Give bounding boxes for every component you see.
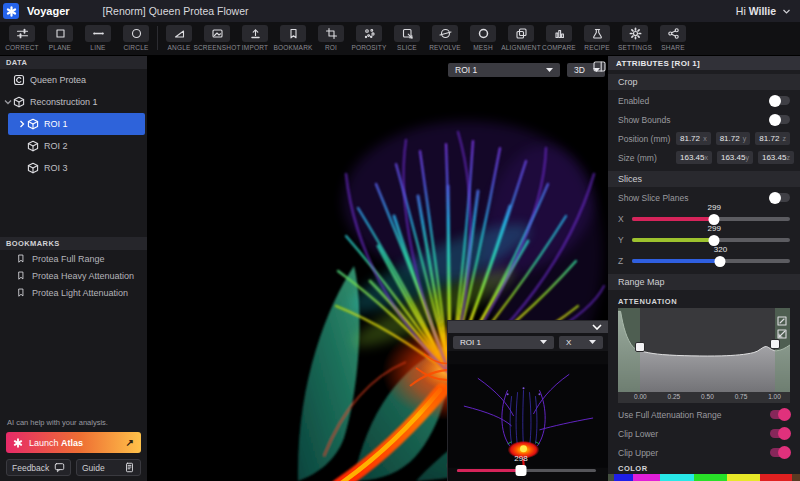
slice-slider-x-row: X 299 bbox=[608, 207, 800, 228]
inset-slice-slider[interactable]: 298 bbox=[457, 456, 596, 476]
revolve-button[interactable]: REVOLVE bbox=[426, 22, 464, 51]
sidebar-spacer bbox=[0, 179, 147, 237]
colormap-gradient-bar[interactable] bbox=[608, 474, 800, 481]
guide-button[interactable]: Guide bbox=[76, 459, 141, 476]
position-z-input[interactable]: 81.72z bbox=[755, 132, 790, 145]
screenshot-button[interactable]: SCREENSHOT bbox=[198, 22, 236, 51]
porosity-button[interactable]: POROSITY bbox=[350, 22, 388, 51]
circle-button[interactable]: CIRCLE bbox=[117, 22, 155, 51]
alignment-button[interactable]: ALIGNMENT bbox=[502, 22, 540, 51]
clip-upper-toggle[interactable] bbox=[770, 448, 790, 457]
slice-button[interactable]: SLICE bbox=[388, 22, 426, 51]
tree-item-roi-1[interactable]: ROI 1 bbox=[8, 113, 145, 135]
size-z-input[interactable]: 163.45z bbox=[758, 151, 794, 164]
sidebar-footer: AI can help with your analysis. Launch A… bbox=[0, 418, 147, 476]
crop-size-row: Size (mm) 163.45x 163.45y 163.45z bbox=[608, 148, 800, 167]
mesh-icon bbox=[470, 25, 496, 42]
mesh-button[interactable]: MESH bbox=[464, 22, 502, 51]
show-slice-planes-toggle[interactable] bbox=[770, 193, 790, 202]
use-full-attenuation-range-toggle[interactable] bbox=[770, 410, 790, 419]
slices-section-header[interactable]: Slices bbox=[608, 171, 800, 187]
bookmark-button[interactable]: BOOKMARK bbox=[274, 22, 312, 51]
document-title: [Renorm] Queen Protea Flower bbox=[103, 5, 249, 17]
clip-lower-row: Clip Lower bbox=[608, 424, 800, 443]
line-button[interactable]: LINE bbox=[79, 22, 117, 51]
greeting-text: Hi bbox=[736, 5, 746, 17]
roi-cube-icon bbox=[27, 162, 39, 174]
feedback-button[interactable]: Feedback bbox=[6, 459, 71, 476]
titlebar: Voyager [Renorm] Queen Protea Flower Hi … bbox=[0, 0, 800, 22]
color-section-label: COLOR bbox=[608, 462, 800, 474]
slider-knob[interactable] bbox=[515, 465, 526, 476]
inset-axis-select[interactable]: X bbox=[559, 336, 603, 349]
circle-icon bbox=[123, 25, 149, 42]
correct-icon bbox=[9, 25, 35, 42]
angle-button[interactable]: ANGLE bbox=[160, 22, 198, 51]
range-map-section-header[interactable]: Range Map bbox=[608, 274, 800, 290]
import-button[interactable]: IMPORT bbox=[236, 22, 274, 51]
share-button[interactable]: SHARE bbox=[654, 22, 692, 51]
compare-button[interactable]: COMPARE bbox=[540, 22, 578, 51]
screenshot-icon bbox=[204, 25, 230, 42]
size-x-input[interactable]: 163.45x bbox=[676, 151, 712, 164]
inset-collapse-bar[interactable] bbox=[448, 321, 608, 333]
inset-slice-value: 298 bbox=[514, 454, 527, 463]
volume-cube-icon bbox=[13, 96, 25, 108]
inset-controls: ROI 1 X bbox=[448, 333, 608, 351]
slice-slider-z[interactable]: 320 bbox=[632, 252, 790, 266]
chevron-right-icon[interactable] bbox=[16, 120, 27, 128]
slider-fill bbox=[457, 469, 521, 473]
recipe-button[interactable]: RECIPE bbox=[578, 22, 616, 51]
attributes-panel: ATTRIBUTES [ROI 1] Crop Enabled Show Bou… bbox=[608, 56, 800, 481]
slice-view-2d[interactable]: 298 bbox=[448, 351, 608, 481]
histogram-axis: 0.00 0.25 0.50 0.75 1.00 bbox=[618, 392, 790, 403]
tree-item-reconstruction-1[interactable]: Reconstruction 1 bbox=[0, 91, 147, 113]
launch-atlas-button[interactable]: Launch Atlas ↗ bbox=[6, 432, 141, 453]
atlas-logo-icon bbox=[13, 438, 23, 448]
bookmark-item-full-range[interactable]: Protea Full Range bbox=[0, 250, 147, 267]
show-bounds-toggle[interactable] bbox=[770, 115, 790, 124]
show-slice-planes-row: Show Slice Planes bbox=[608, 188, 800, 207]
range-handle-lower[interactable] bbox=[635, 342, 645, 352]
render-viewport-3d[interactable]: ROI 1 3D ROI 1 bbox=[148, 56, 608, 481]
share-icon bbox=[660, 25, 686, 42]
plane-button[interactable]: PLANE bbox=[41, 22, 79, 51]
size-y-input[interactable]: 163.45y bbox=[717, 151, 753, 164]
inset-roi-select[interactable]: ROI 1 bbox=[453, 336, 554, 349]
crop-position-row: Position (mm) 81.72x 81.72y 81.72z bbox=[608, 129, 800, 148]
tree-item-queen-protea[interactable]: Queen Protea bbox=[0, 69, 147, 91]
attenuation-histogram[interactable] bbox=[618, 308, 790, 392]
crop-section-header[interactable]: Crop bbox=[608, 74, 800, 90]
clip-lower-toggle[interactable] bbox=[770, 429, 790, 438]
position-x-input[interactable]: 81.72x bbox=[676, 132, 711, 145]
slice-inset-panel: ROI 1 X bbox=[447, 320, 608, 481]
compare-icon bbox=[546, 25, 572, 42]
bookmark-item-light-attenuation[interactable]: Protea Light Attenuation bbox=[0, 284, 147, 301]
enabled-toggle[interactable] bbox=[770, 96, 790, 105]
slider-knob[interactable] bbox=[715, 256, 726, 267]
bookmark-item-heavy-attenuation[interactable]: Protea Heavy Attenuation bbox=[0, 267, 147, 284]
settings-gear-icon bbox=[622, 25, 648, 42]
roi-crop-icon bbox=[318, 25, 344, 42]
chevron-down-icon[interactable] bbox=[2, 99, 13, 105]
revolve-icon bbox=[432, 25, 458, 42]
correct-button[interactable]: CORRECT bbox=[3, 22, 41, 51]
panel-toggle-icon[interactable] bbox=[593, 58, 606, 69]
tree-item-roi-3[interactable]: ROI 3 bbox=[0, 157, 147, 179]
user-menu[interactable]: Hi Willie bbox=[736, 5, 800, 17]
position-y-input[interactable]: 81.72y bbox=[716, 132, 751, 145]
angle-icon bbox=[166, 25, 192, 42]
use-full-range-row: Use Full Attenuation Range bbox=[608, 405, 800, 424]
auto-range-icon[interactable] bbox=[777, 312, 787, 322]
recipe-icon bbox=[584, 25, 610, 42]
alignment-icon bbox=[508, 25, 534, 42]
tree-item-roi-2[interactable]: ROI 2 bbox=[0, 135, 147, 157]
fit-range-icon[interactable] bbox=[777, 325, 787, 335]
slice-slider-x[interactable]: 299 bbox=[632, 210, 790, 224]
roi-button[interactable]: ROI bbox=[312, 22, 350, 51]
slice-slider-y[interactable]: 299 bbox=[632, 231, 790, 245]
viewport-roi-select[interactable]: ROI 1 bbox=[448, 63, 560, 77]
settings-button[interactable]: SETTINGS bbox=[616, 22, 654, 51]
data-section-header: DATA bbox=[0, 56, 147, 69]
range-handle-upper[interactable] bbox=[770, 339, 780, 349]
